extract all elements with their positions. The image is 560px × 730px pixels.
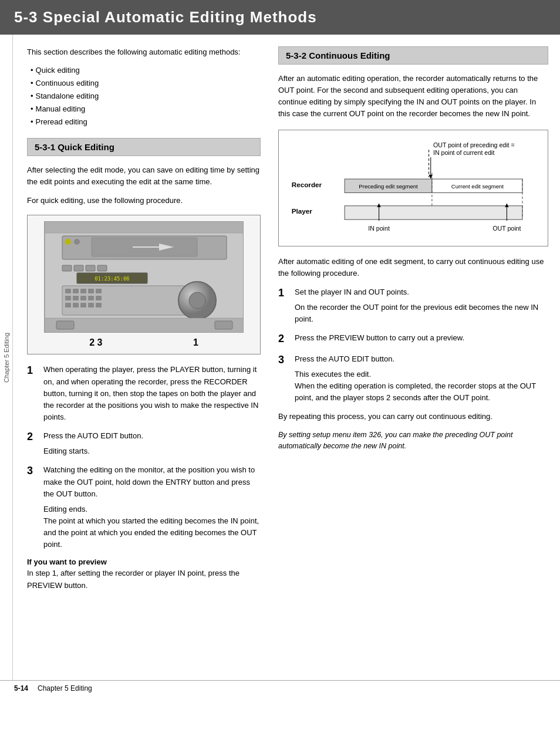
- section-532-header: 5-3-2 Continuous Editing: [278, 46, 548, 65]
- step-2-quick: 2 Press the AUTO EDIT button. Editing st…: [27, 430, 261, 457]
- svg-rect-8: [62, 265, 72, 271]
- svg-rect-19: [96, 289, 102, 293]
- svg-rect-34: [215, 321, 232, 329]
- svg-rect-22: [80, 296, 86, 300]
- continuous-editing-diagram: OUT point of preceding edit = IN point o…: [278, 130, 548, 246]
- svg-rect-18: [88, 289, 94, 293]
- step-2-text: Press the AUTO EDIT button.: [43, 431, 143, 440]
- step-2-cont: 2 Press the PREVIEW button to carry out …: [278, 332, 548, 346]
- svg-rect-47: [345, 205, 522, 219]
- step-1-cont: 1 Set the player IN and OUT points. On t…: [278, 286, 548, 325]
- page-title: 5-3 Special Automatic Editing Methods: [14, 8, 546, 26]
- svg-rect-11: [97, 265, 107, 271]
- svg-rect-25: [65, 303, 71, 307]
- step-c3-content: Press the AUTO EDIT button. This execute…: [295, 353, 548, 404]
- list-item: Quick editing: [31, 64, 261, 77]
- svg-rect-9: [74, 265, 83, 271]
- svg-text:IN point: IN point: [368, 225, 390, 232]
- list-item: Manual editing: [31, 103, 261, 116]
- svg-rect-23: [88, 296, 94, 300]
- device-svg: 01:23:45:06: [45, 221, 243, 333]
- left-column: This section describes the following aut…: [13, 46, 271, 668]
- topic-list: Quick editing Continuous editing Standal…: [31, 64, 261, 129]
- svg-rect-27: [80, 303, 86, 307]
- quick-edit-para1: After selecting the edit mode, you can s…: [27, 164, 261, 188]
- svg-rect-32: [45, 318, 243, 333]
- footer-chapter: Chapter 5 Editing: [38, 684, 92, 692]
- step-c3-sub: This executes the edit. When the editing…: [295, 369, 548, 404]
- svg-text:IN point of current edit: IN point of current edit: [433, 148, 494, 156]
- svg-text:Preceding edit segment: Preceding edit segment: [359, 183, 418, 190]
- step-2-content: Press the AUTO EDIT button. Editing star…: [43, 430, 261, 457]
- svg-rect-28: [88, 303, 94, 307]
- page-footer: 5-14 Chapter 5 Editing: [0, 680, 560, 696]
- step-3-text: Watching the editing on the monitor, at …: [43, 465, 255, 498]
- cont-edit-para3: By repeating this process, you can carry…: [278, 411, 548, 423]
- diagram-labels: 2 3 1: [44, 337, 244, 348]
- list-item: Preread editing: [31, 116, 261, 129]
- step-c1-sub: On the recorder the OUT point for the pr…: [295, 302, 548, 325]
- svg-marker-52: [505, 203, 508, 207]
- svg-point-6: [65, 239, 71, 245]
- step-c2-content: Press the PREVIEW button to carry out a …: [295, 332, 548, 344]
- step-num-3: 3: [27, 464, 40, 478]
- page-number: 5-14: [14, 684, 28, 692]
- svg-rect-21: [73, 296, 79, 300]
- step-2-sub: Editing starts.: [43, 445, 261, 457]
- step-num-1: 1: [27, 364, 40, 377]
- cont-edit-para1: After an automatic editing operation, th…: [278, 73, 548, 120]
- quick-edit-para2: For quick editing, use the following pro…: [27, 195, 261, 207]
- step-1-quick: 1 When operating the player, press the P…: [27, 364, 261, 423]
- device-image: 01:23:45:06: [44, 221, 244, 333]
- sidebar-chapter-label: Chapter 5 Editing: [0, 35, 13, 680]
- list-item: Standalone editing: [31, 90, 261, 103]
- svg-text:Current edit segment: Current edit segment: [451, 183, 504, 190]
- content-area: This section describes the following aut…: [13, 35, 560, 680]
- svg-rect-29: [96, 303, 102, 307]
- diagram-label-1: 1: [193, 337, 198, 348]
- svg-text:Player: Player: [292, 207, 313, 214]
- svg-rect-26: [73, 303, 79, 307]
- page-body: Chapter 5 Editing This section describes…: [0, 35, 560, 680]
- step-c1-content: Set the player IN and OUT points. On the…: [295, 286, 548, 325]
- svg-rect-17: [80, 289, 86, 293]
- svg-text:01:23:45:06: 01:23:45:06: [95, 276, 130, 282]
- section-531-header: 5-3-1 Quick Editing: [27, 138, 261, 156]
- step-num-c2: 2: [278, 332, 291, 346]
- sidebar-text: Chapter 5 Editing: [3, 333, 10, 383]
- svg-rect-16: [73, 289, 79, 293]
- step-3-quick: 3 Watching the editing on the monitor, a…: [27, 464, 261, 550]
- right-column: 5-3-2 Continuous Editing After an automa…: [271, 46, 560, 668]
- intro-paragraph: This section describes the following aut…: [27, 46, 261, 58]
- step-c3-text: Press the AUTO EDIT button.: [295, 354, 394, 363]
- svg-marker-49: [377, 203, 380, 207]
- svg-point-7: [74, 239, 80, 245]
- page-header: 5-3 Special Automatic Editing Methods: [0, 0, 560, 35]
- cont-edit-para2: After automatic editing of one edit segm…: [278, 256, 548, 279]
- svg-point-31: [189, 292, 205, 309]
- svg-rect-1: [45, 221, 243, 233]
- svg-rect-24: [96, 296, 102, 300]
- svg-text:OUT point of preceding edit =: OUT point of preceding edit =: [433, 141, 515, 148]
- svg-text:OUT point: OUT point: [492, 225, 521, 232]
- step-3-sub: Editing ends. The point at which you sta…: [43, 503, 261, 551]
- list-item: Continuous editing: [31, 77, 261, 90]
- svg-rect-15: [65, 289, 71, 293]
- step-3-cont: 3 Press the AUTO EDIT button. This execu…: [278, 353, 548, 404]
- svg-rect-10: [86, 265, 95, 271]
- italic-note: By setting setup menu item 326, you can …: [278, 430, 548, 452]
- preview-heading: If you want to preview: [27, 557, 261, 566]
- svg-rect-33: [56, 321, 74, 329]
- svg-text:Recorder: Recorder: [292, 180, 322, 188]
- cont-diagram-svg: OUT point of preceding edit = IN point o…: [286, 138, 541, 238]
- step-3-content: Watching the editing on the monitor, at …: [43, 464, 261, 550]
- step-num-c3: 3: [278, 353, 291, 367]
- svg-rect-20: [65, 296, 71, 300]
- step-num-2: 2: [27, 430, 40, 444]
- diagram-label-23: 2 3: [89, 337, 102, 348]
- step-c2-text: Press the PREVIEW button to carry out a …: [295, 333, 464, 342]
- step-1-text: When operating the player, press the PLA…: [43, 364, 261, 423]
- step-c1-text: Set the player IN and OUT points.: [295, 288, 409, 296]
- device-diagram: 01:23:45:06: [27, 215, 261, 354]
- step-num-c1: 1: [278, 286, 291, 300]
